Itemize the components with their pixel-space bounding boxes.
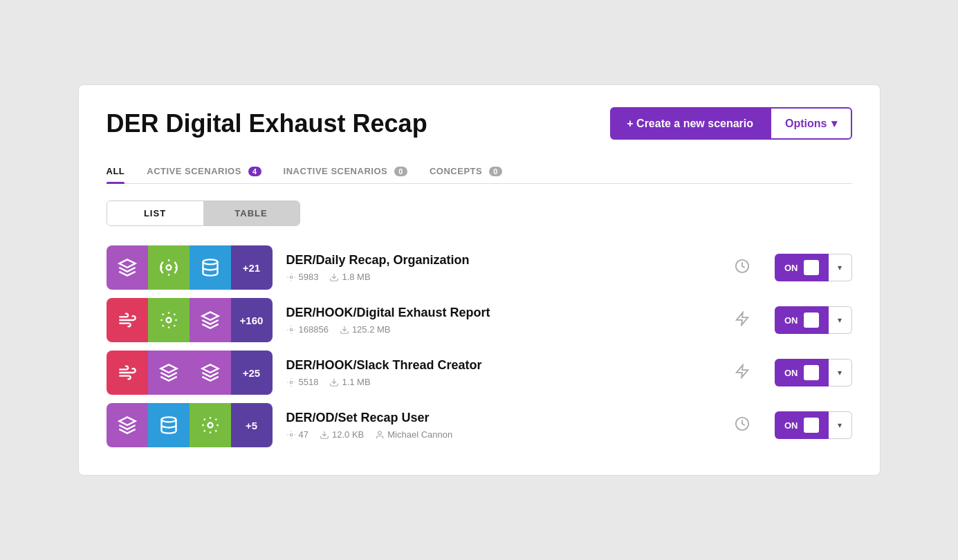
options-button[interactable]: Options ▾ — [770, 107, 851, 140]
scenario-name: DER/OD/Set Recap User — [286, 411, 721, 425]
tab-active-scenarios[interactable]: ACTIVE SCENARIOS 4 — [147, 159, 261, 183]
toggle-dropdown-button[interactable]: ▾ — [829, 254, 852, 281]
icon-cell-1 — [107, 245, 148, 290]
chevron-down-icon: ▾ — [831, 117, 837, 130]
toggle-thumb — [804, 365, 819, 380]
chevron-down-icon: ▾ — [838, 315, 842, 325]
scenario-meta: 47 12.0 KB Michael Cannon — [286, 429, 721, 440]
size-info: 1.8 MB — [329, 272, 370, 282]
toggle-on-button[interactable]: ON — [775, 306, 829, 334]
toggle-thumb — [804, 418, 819, 433]
header: DER Digital Exhaust Recap + Create a new… — [107, 107, 852, 140]
tab-concepts[interactable]: CONCEPTS 0 — [430, 159, 502, 183]
svg-point-6 — [290, 328, 293, 331]
icon-cell-1 — [107, 351, 148, 395]
toggle-on-button[interactable]: ON — [775, 359, 829, 386]
toggle-dropdown-button[interactable]: ▾ — [829, 359, 852, 386]
icon-cell-2 — [148, 351, 190, 395]
svg-point-5 — [166, 318, 171, 323]
icon-cell-2 — [148, 298, 190, 342]
toggle-group: ON ▾ — [775, 254, 852, 281]
scenario-info: DER/HOOK/Slack Thread Creator 5518 1.1 M… — [286, 358, 721, 387]
icon-extra-count: +25 — [231, 351, 273, 395]
concepts-badge: 0 — [489, 167, 502, 176]
scenario-icon-strip: +5 — [107, 403, 273, 447]
svg-marker-11 — [737, 364, 748, 377]
scenario-name: DER/Daily Recap, Organization — [286, 253, 721, 268]
header-actions: + Create a new scenario Options ▾ — [610, 107, 851, 140]
table-row: +21 DER/Daily Recap, Organization 5983 1… — [107, 245, 852, 290]
user-info: Michael Cannon — [375, 429, 452, 440]
inactive-scenarios-badge: 0 — [394, 167, 407, 176]
toggle-group: ON ▾ — [775, 411, 852, 439]
toggle-dropdown-button[interactable]: ▾ — [829, 306, 852, 334]
table-row: +5 DER/OD/Set Recap User 47 12.0 KB Mic — [107, 403, 852, 447]
view-toggle: LIST TABLE — [107, 200, 300, 226]
svg-point-2 — [290, 276, 293, 279]
toggle-group: ON ▾ — [775, 359, 852, 386]
icon-cell-3 — [190, 403, 231, 447]
icon-cell-3 — [190, 351, 231, 395]
clock-trigger-icon — [735, 259, 750, 277]
toggle-on-button[interactable]: ON — [775, 254, 829, 281]
icon-cell-3 — [190, 298, 231, 342]
scenario-name: DER/HOOK/Digital Exhaust Report — [286, 306, 721, 320]
toggle-group: ON ▾ — [775, 306, 852, 334]
scenario-info: DER/OD/Set Recap User 47 12.0 KB Michael… — [286, 411, 721, 440]
size-info: 125.2 MB — [340, 324, 391, 335]
icon-extra-count: +5 — [231, 403, 273, 447]
svg-point-1 — [203, 259, 217, 264]
size-info: 12.0 KB — [320, 429, 364, 440]
tabs-bar: ALL ACTIVE SCENARIOS 4 INACTIVE SCENARIO… — [107, 159, 852, 184]
svg-point-9 — [290, 381, 293, 384]
ops-count: 5518 — [286, 377, 319, 387]
svg-point-0 — [166, 265, 171, 270]
list-view-button[interactable]: LIST — [107, 201, 203, 225]
scenario-meta: 5518 1.1 MB — [286, 377, 721, 387]
svg-point-16 — [378, 431, 382, 434]
ops-count: 5983 — [286, 272, 319, 282]
scenario-info: DER/HOOK/Digital Exhaust Report 168856 1… — [286, 306, 721, 335]
toggle-dropdown-button[interactable]: ▾ — [829, 411, 852, 439]
bolt-trigger-icon — [735, 311, 750, 330]
ops-count: 47 — [286, 429, 308, 440]
toggle-thumb — [804, 260, 819, 275]
icon-cell-1 — [107, 403, 148, 447]
bolt-trigger-icon — [735, 364, 750, 382]
table-view-button[interactable]: TABLE — [203, 201, 300, 225]
scenario-icon-strip: +160 — [107, 298, 273, 342]
scenario-meta: 5983 1.8 MB — [286, 272, 721, 282]
tab-inactive-scenarios[interactable]: INACTIVE SCENARIOS 0 — [284, 159, 407, 183]
toggle-thumb — [804, 312, 819, 328]
scenario-icon-strip: +21 — [107, 245, 273, 290]
scenario-meta: 168856 125.2 MB — [286, 324, 721, 335]
page-title: DER Digital Exhaust Recap — [107, 109, 427, 138]
icon-cell-2 — [148, 245, 190, 290]
active-scenarios-badge: 4 — [248, 167, 261, 176]
ops-count: 168856 — [286, 324, 329, 335]
chevron-down-icon: ▾ — [838, 420, 842, 430]
icon-extra-count: +21 — [231, 245, 273, 290]
size-info: 1.1 MB — [329, 377, 370, 387]
main-card: DER Digital Exhaust Recap + Create a new… — [78, 84, 881, 476]
scenario-list: +21 DER/Daily Recap, Organization 5983 1… — [107, 245, 852, 447]
svg-point-13 — [208, 423, 212, 428]
icon-cell-2 — [148, 403, 190, 447]
scenario-info: DER/Daily Recap, Organization 5983 1.8 M… — [286, 253, 721, 282]
scenario-icon-strip: +25 — [107, 351, 273, 395]
tab-all[interactable]: ALL — [107, 159, 125, 183]
create-scenario-button[interactable]: + Create a new scenario — [610, 107, 770, 140]
table-row: +160 DER/HOOK/Digital Exhaust Report 168… — [107, 298, 852, 342]
svg-point-12 — [161, 417, 176, 422]
scenario-name: DER/HOOK/Slack Thread Creator — [286, 358, 721, 373]
svg-point-14 — [290, 433, 293, 436]
chevron-down-icon: ▾ — [838, 263, 842, 272]
icon-extra-count: +160 — [231, 298, 273, 342]
clock-trigger-icon — [735, 416, 750, 435]
icon-cell-1 — [107, 298, 148, 342]
icon-cell-3 — [190, 245, 231, 290]
table-row: +25 DER/HOOK/Slack Thread Creator 5518 1… — [107, 351, 852, 395]
svg-marker-8 — [737, 312, 748, 324]
chevron-down-icon: ▾ — [838, 368, 842, 377]
toggle-on-button[interactable]: ON — [775, 411, 829, 439]
